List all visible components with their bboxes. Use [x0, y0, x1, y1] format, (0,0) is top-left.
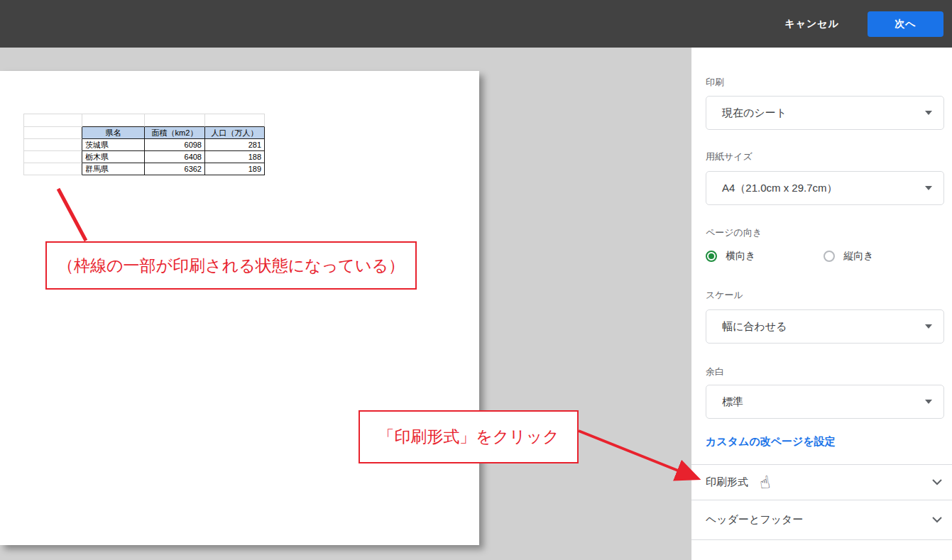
print-preview-area: 県名 面積（km2） 人口（万人） 茨城県 6098 281 栃木県 6408 …: [0, 48, 691, 560]
annotation-text: 「印刷形式」をクリック: [378, 426, 559, 448]
margins-value: 標準: [722, 395, 925, 409]
cancel-button[interactable]: キャンセル: [776, 12, 848, 36]
scale-value: 幅に合わせる: [722, 320, 925, 334]
chevron-down-icon: [932, 479, 942, 485]
annotation-click-note: 「印刷形式」をクリック: [359, 410, 579, 463]
dropdown-caret-icon: [925, 186, 932, 190]
print-target-dropdown[interactable]: 現在のシート: [706, 96, 944, 130]
paper-size-value: A4（21.0cm x 29.7cm）: [722, 182, 925, 195]
divider: [691, 539, 952, 540]
radio-landscape-label[interactable]: 横向き: [726, 250, 755, 263]
table-row: [24, 114, 265, 127]
table-row: 栃木県 6408 188: [24, 151, 265, 163]
cell-population: 188: [205, 151, 265, 163]
margins-dropdown[interactable]: 標準: [706, 385, 944, 419]
table-header-row: 県名 面積（km2） 人口（万人）: [24, 127, 265, 139]
paper-size-dropdown[interactable]: A4（21.0cm x 29.7cm）: [706, 171, 944, 205]
cell-prefecture: 栃木県: [82, 151, 145, 163]
table-row: 群馬県 6362 189: [24, 163, 265, 175]
print-target-value: 現在のシート: [722, 106, 925, 120]
column-header: 県名: [82, 127, 145, 139]
cell-population: 281: [205, 139, 265, 151]
topbar: キャンセル 次へ: [0, 0, 952, 48]
cell-prefecture: 茨城県: [82, 139, 145, 151]
cell-area: 6098: [145, 139, 205, 151]
column-header: 面積（km2）: [145, 127, 205, 139]
dropdown-caret-icon: [925, 111, 932, 115]
dropdown-caret-icon: [925, 324, 932, 329]
radio-landscape[interactable]: [706, 251, 717, 262]
page-preview: 県名 面積（km2） 人口（万人） 茨城県 6098 281 栃木県 6408 …: [0, 71, 479, 545]
chevron-down-icon: [932, 517, 942, 523]
dropdown-caret-icon: [925, 400, 932, 404]
section-label: 印刷形式: [706, 476, 748, 489]
orientation-label: ページの向き: [706, 226, 762, 239]
scale-dropdown[interactable]: 幅に合わせる: [706, 309, 944, 344]
cell-area: 6408: [145, 151, 205, 163]
print-settings-screen: キャンセル 次へ 県名 面積（km2） 人口（万人）: [0, 0, 952, 560]
cell-prefecture: 群馬県: [82, 163, 145, 175]
section-print-format[interactable]: 印刷形式 ☝: [691, 465, 952, 500]
scale-label: スケール: [706, 289, 743, 302]
radio-portrait-label[interactable]: 縦向き: [843, 250, 873, 263]
next-button[interactable]: 次へ: [868, 11, 943, 37]
paper-size-label: 用紙サイズ: [706, 150, 753, 163]
cell-area: 6362: [145, 163, 205, 175]
hand-cursor-icon: ☝: [758, 473, 771, 492]
table-row: 茨城県 6098 281: [24, 139, 265, 151]
preview-table: 県名 面積（km2） 人口（万人） 茨城県 6098 281 栃木県 6408 …: [23, 114, 265, 175]
radio-portrait[interactable]: [824, 251, 835, 262]
orientation-options: 横向き 縦向き: [706, 250, 944, 263]
annotation-border-note: （枠線の一部が印刷される状態になっている）: [45, 241, 417, 290]
cell-population: 189: [205, 163, 265, 175]
column-header: 人口（万人）: [205, 127, 265, 139]
annotation-text: （枠線の一部が印刷される状態になっている）: [58, 255, 405, 277]
section-headers-footers[interactable]: ヘッダーとフッター: [691, 500, 952, 539]
custom-page-breaks-link[interactable]: カスタムの改ページを設定: [706, 435, 836, 449]
print-target-label: 印刷: [706, 76, 724, 89]
print-settings-sidebar: 印刷 現在のシート 用紙サイズ A4（21.0cm x 29.7cm） ページの…: [691, 48, 952, 560]
section-label: ヘッダーとフッター: [706, 513, 803, 527]
margins-label: 余白: [706, 366, 724, 378]
